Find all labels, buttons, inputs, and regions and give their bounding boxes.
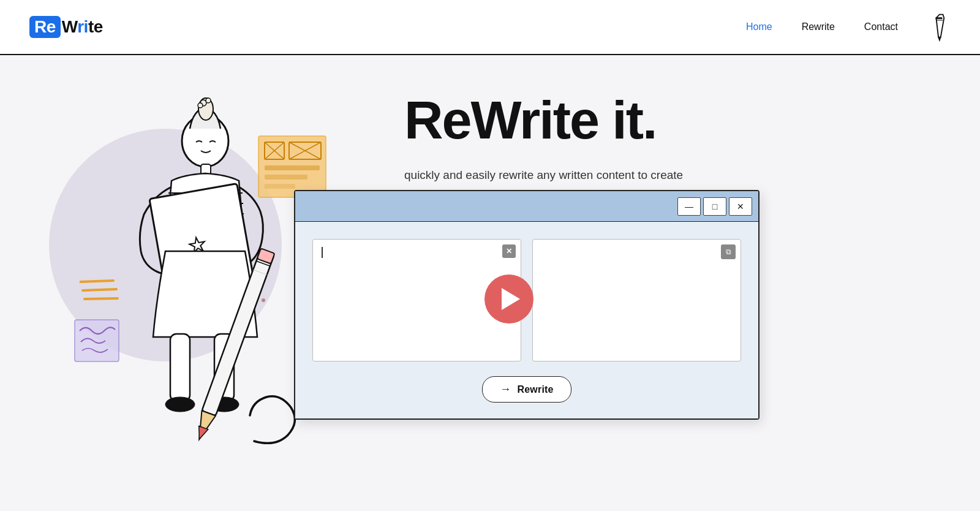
nav-home[interactable]: Home <box>746 21 772 32</box>
window-minimize-button[interactable]: — <box>677 197 701 216</box>
hero-section: ★ <box>0 55 980 511</box>
window-maximize-button[interactable]: □ <box>703 197 726 216</box>
navbar: Re Write Home Rewrite Contact <box>0 0 980 55</box>
svg-marker-51 <box>192 411 216 441</box>
rewrite-button-row: → Rewrite <box>312 373 741 405</box>
app-window-titlebar: — □ ✕ <box>295 191 758 222</box>
nav-contact[interactable]: Contact <box>864 21 898 32</box>
text-cursor <box>322 247 323 258</box>
svg-marker-52 <box>195 426 208 441</box>
logo-write-w: W <box>62 17 77 36</box>
logo-re: Re <box>29 16 61 38</box>
app-window: — □ ✕ ✕ ⧉ <box>294 190 760 420</box>
sticky-note-purple <box>74 319 123 365</box>
nav-rewrite[interactable]: Rewrite <box>802 21 835 32</box>
svg-rect-9 <box>265 165 320 170</box>
rewrite-button-label: Rewrite <box>518 384 554 395</box>
svg-point-32 <box>206 98 211 103</box>
logo-i: ri <box>77 17 88 36</box>
app-window-body: ✕ ⧉ → Rewrite <box>295 222 758 418</box>
copy-output-button[interactable]: ⧉ <box>721 244 736 259</box>
nav-links: Home Rewrite Contact <box>746 12 951 42</box>
hero-title: ReWrite it. <box>404 92 956 148</box>
svg-point-33 <box>198 103 203 108</box>
play-button[interactable] <box>484 274 533 324</box>
logo-write-te: te <box>88 17 103 36</box>
play-icon <box>502 288 520 310</box>
svg-rect-0 <box>935 17 942 19</box>
svg-point-48 <box>165 397 195 412</box>
pen-icon <box>927 12 951 42</box>
rewrite-button[interactable]: → Rewrite <box>482 376 571 403</box>
arrow-icon: → <box>500 383 511 396</box>
window-close-button[interactable]: ✕ <box>729 197 752 216</box>
logo-write: Write <box>62 17 103 37</box>
svg-rect-10 <box>265 175 307 180</box>
clear-input-button[interactable]: ✕ <box>502 244 516 258</box>
logo[interactable]: Re Write <box>29 16 103 38</box>
svg-rect-46 <box>170 334 190 401</box>
output-panel[interactable]: ⧉ <box>532 239 741 361</box>
svg-rect-11 <box>265 184 295 189</box>
